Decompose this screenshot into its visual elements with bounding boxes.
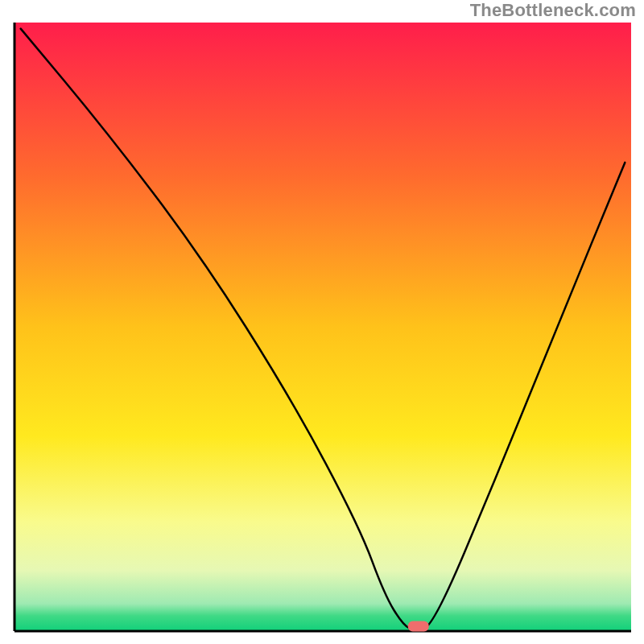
plot-background: [14, 23, 631, 631]
chart-frame: TheBottleneck.com: [0, 0, 644, 644]
chart-svg: [0, 0, 644, 644]
min-marker: [408, 621, 429, 631]
